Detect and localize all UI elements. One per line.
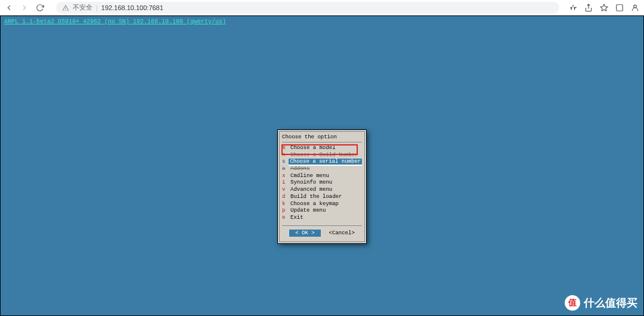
browser-chrome: 不安全 | 192.168.10.100:7681 <box>0 0 644 16</box>
menu-label: Cmdline menu <box>290 173 329 180</box>
watermark: 值 什么值得买 <box>565 295 637 311</box>
menu-label: Synoinfo menu <box>290 179 332 187</box>
menu-key: s <box>282 159 285 166</box>
menu-item-serial[interactable]: sChoose a serial number <box>282 159 362 166</box>
svg-marker-0 <box>600 4 608 11</box>
menu-key: a <box>282 166 287 173</box>
menu-item-cmdline[interactable]: xCmdline menu <box>282 173 362 180</box>
menu-item-keymap[interactable]: kChoose a keymap <box>282 201 362 208</box>
insecure-warning-icon <box>62 4 69 11</box>
menu-label: Exit <box>290 215 304 222</box>
menu-label-selected: Choose a serial number <box>289 159 362 165</box>
dialog-buttons: < OK > <Cancel> <box>282 225 362 239</box>
chrome-toolbar-icons <box>569 4 639 12</box>
terminal-viewport: ARPL 1.1-beta2 DS918+ 42962 (no SN) 192.… <box>0 16 644 316</box>
menu-key: p <box>282 207 287 215</box>
menu-label: Choose a keymap <box>290 201 339 208</box>
option-dialog: Choose the option mChoose a model nChoos… <box>277 129 367 244</box>
menu-label: Addons <box>290 166 309 173</box>
back-icon[interactable] <box>5 4 13 12</box>
profile-icon[interactable] <box>631 4 639 12</box>
menu-label: Choose a Build Number <box>290 152 358 159</box>
menu-item-advanced[interactable]: vAdvanced menu <box>282 187 362 194</box>
menu-label: Choose a model <box>290 145 336 152</box>
watermark-badge-icon: 值 <box>565 295 580 311</box>
svg-point-2 <box>634 5 637 8</box>
menu-key: v <box>282 187 287 194</box>
url-separator: | <box>96 4 98 11</box>
menu-item-synoinfo[interactable]: iSynoinfo menu <box>282 179 362 187</box>
menu-label: Advanced menu <box>290 187 332 194</box>
menu-label: Build the loader <box>290 194 342 201</box>
menu-item-addons[interactable]: aAddons <box>282 166 362 173</box>
ok-button[interactable]: < OK > <box>289 230 320 237</box>
menu-key: i <box>282 179 287 187</box>
menu-item-build[interactable]: nChoose a Build Number <box>282 152 362 159</box>
menu-label: Update menu <box>290 207 326 215</box>
forward-icon[interactable] <box>20 4 29 12</box>
dialog-title: Choose the option <box>282 134 362 140</box>
url-text: 192.168.10.100:7681 <box>101 4 163 11</box>
reload-icon[interactable] <box>36 4 44 12</box>
share-icon[interactable] <box>584 4 593 12</box>
star-icon[interactable] <box>600 4 608 12</box>
menu-list: mChoose a model nChoose a Build Number s… <box>282 145 362 222</box>
translate-icon[interactable] <box>569 4 577 12</box>
menu-item-build-loader[interactable]: dBuild the loader <box>282 194 362 201</box>
nav-buttons <box>5 4 44 12</box>
menu-item-update[interactable]: pUpdate menu <box>282 207 362 215</box>
address-bar[interactable]: 不安全 | 192.168.10.100:7681 <box>56 2 559 14</box>
insecure-label: 不安全 <box>73 3 92 12</box>
menu-key: n <box>282 152 287 159</box>
menu-key: m <box>282 145 287 152</box>
extensions-icon[interactable] <box>615 4 624 12</box>
cancel-button[interactable]: <Cancel> <box>329 230 355 237</box>
menu-key: e <box>282 215 287 222</box>
watermark-text: 什么值得买 <box>584 296 637 310</box>
menu-key: d <box>282 194 287 201</box>
svg-rect-1 <box>617 4 623 11</box>
menu-key: x <box>282 173 287 180</box>
menu-item-exit[interactable]: eExit <box>282 215 362 222</box>
terminal-statusline: ARPL 1.1-beta2 DS918+ 42962 (no SN) 192.… <box>1 16 643 27</box>
menu-key: k <box>282 201 287 208</box>
dialog-separator <box>282 142 362 142</box>
menu-item-model[interactable]: mChoose a model <box>282 145 362 152</box>
